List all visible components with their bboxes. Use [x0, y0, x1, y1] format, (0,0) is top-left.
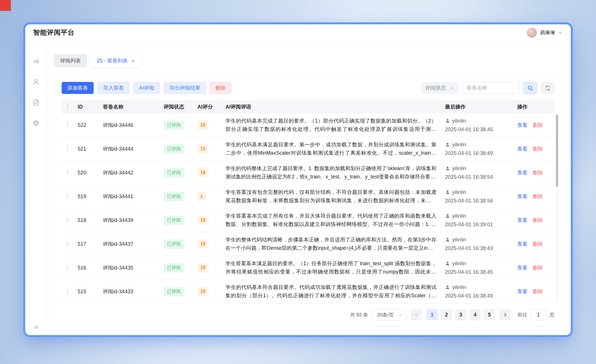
select-all-checkbox[interactable]: [67, 104, 68, 110]
review-status-select[interactable]: 评阅状态: [421, 82, 458, 94]
delete-link[interactable]: 删除: [533, 122, 543, 129]
row-actions: 查看 删除: [517, 241, 554, 247]
scrollbar-thumb[interactable]: [556, 115, 558, 187]
view-link[interactable]: 查看: [517, 193, 528, 200]
operator-name: yilinlin: [452, 117, 466, 125]
add-answer-button[interactable]: 添加答卷: [62, 82, 94, 94]
document-check-icon[interactable]: [32, 99, 40, 106]
settings-gear-icon[interactable]: [32, 119, 40, 127]
tab-bar: 评阅列表 25 - 答卷列表 ×: [54, 54, 562, 67]
score-badge: 18: [197, 121, 208, 129]
sidebar-expand-icon[interactable]: [25, 324, 47, 330]
app-window: 智能评阅平台 易琳琳: [25, 24, 571, 335]
delete-link[interactable]: 删除: [533, 288, 543, 295]
table-row: 515 评阅id-34433 已评阅 18 学生的代码基本符合题目要求。代码成功…: [62, 280, 554, 304]
answer-name-input[interactable]: [462, 82, 519, 94]
row-checkbox[interactable]: [67, 241, 68, 247]
row-checkbox[interactable]: [67, 217, 68, 223]
person-icon: [445, 213, 450, 219]
content-panel: 添加答卷 导入答卷 AI评阅 导出评阅结果 删除 评阅状态: [54, 75, 562, 327]
import-answer-button[interactable]: 导入答卷: [97, 82, 130, 94]
goto-unit: 页: [550, 312, 554, 318]
person-icon: [445, 261, 450, 266]
row-comment: 学生答案没有包含完整的代码，仅有部分结构，不符合题目要求。具体问题包括：未加载鸢…: [226, 188, 445, 205]
view-link[interactable]: 查看: [517, 122, 528, 129]
page-button-2[interactable]: 2: [441, 309, 452, 320]
page-button-4[interactable]: 4: [469, 309, 481, 320]
user-icon[interactable]: [32, 78, 40, 86]
refresh-button[interactable]: [541, 82, 554, 94]
person-icon: [445, 285, 450, 290]
view-link[interactable]: 查看: [517, 145, 528, 152]
delete-link[interactable]: 删除: [533, 193, 543, 200]
filter-bar: 评阅状态: [421, 82, 554, 94]
page-button-3[interactable]: 3: [455, 309, 466, 320]
page-size-label: 20条/页: [377, 312, 394, 318]
col-status: 评阅状态: [164, 103, 197, 110]
export-results-button[interactable]: 导出评阅结果: [164, 82, 206, 94]
corner-red-marker: [0, 0, 11, 11]
operator-name: yilinlin: [452, 259, 466, 268]
refresh-icon: [545, 85, 551, 91]
page-button-5[interactable]: 5: [484, 309, 495, 320]
user-menu[interactable]: 易琳琳: [527, 27, 562, 38]
row-name: 评阅id-34435: [103, 264, 164, 271]
delete-link[interactable]: 删除: [533, 241, 543, 247]
row-name: 评阅id-34444: [103, 145, 164, 152]
tab-answer-sheet-list[interactable]: 25 - 答卷列表 ×: [91, 54, 141, 67]
page-button-1[interactable]: 1: [426, 309, 438, 320]
view-link[interactable]: 查看: [517, 217, 528, 224]
next-page-button[interactable]: [499, 309, 511, 320]
app-title: 智能评阅平台: [33, 28, 74, 37]
ai-review-button[interactable]: AI评阅: [133, 82, 160, 94]
table-row: 518 评阅id-34439 已评阅 18 学生答案基本完成了所有任务，并且大体…: [62, 208, 554, 232]
delete-link[interactable]: 删除: [533, 217, 543, 224]
avatar[interactable]: [527, 27, 537, 38]
operation-time: 2025-04-01 16:38:43: [445, 244, 514, 253]
review-checklist-icon[interactable]: [32, 58, 40, 65]
operator-name: yilinlin: [452, 212, 466, 220]
row-checkbox[interactable]: [67, 122, 68, 128]
row-id: 515: [78, 289, 103, 295]
row-comment: 学生的代码基本符合题目要求。代码成功加载了鸢尾花数据集，并正确进行了训练集和测试…: [226, 283, 445, 300]
col-last-op: 最后操作: [445, 103, 517, 110]
vertical-scrollbar[interactable]: [556, 114, 558, 302]
delete-button[interactable]: 删除: [210, 82, 232, 94]
operation-time: 2025-04-01 16:38:56: [445, 196, 514, 205]
delete-link[interactable]: 删除: [533, 145, 543, 152]
status-badge: 已评阅: [164, 263, 184, 273]
tab-close-icon[interactable]: ×: [132, 58, 135, 63]
col-id: ID: [78, 104, 103, 110]
operation-time: 2025-04-01 16:38:45: [445, 125, 514, 134]
row-actions: 查看 删除: [517, 169, 554, 176]
score-badge: 1: [197, 192, 206, 201]
window-header: 智能评阅平台 易琳琳: [25, 24, 571, 41]
view-link[interactable]: 查看: [517, 169, 528, 176]
page-size-select[interactable]: 20条/页: [372, 309, 406, 320]
row-checkbox[interactable]: [67, 289, 68, 294]
tab-review-list[interactable]: 评阅列表: [54, 54, 87, 67]
row-checkbox[interactable]: [67, 170, 68, 175]
prev-page-button[interactable]: [411, 309, 422, 320]
row-checkbox[interactable]: [67, 146, 68, 151]
status-badge: 已评阅: [164, 287, 184, 296]
row-last-op: yilinlin 2025-04-01 16:38:49: [445, 140, 517, 158]
delete-link[interactable]: 删除: [533, 264, 543, 271]
col-score: AI评分: [197, 103, 226, 110]
score-badge: 15: [197, 145, 208, 153]
row-checkbox[interactable]: [67, 194, 68, 199]
score-badge: 18: [197, 168, 208, 177]
row-checkbox[interactable]: [67, 265, 68, 270]
view-link[interactable]: 查看: [517, 264, 528, 271]
rows-container: 522 评阅id-34446 已评阅 18 学生的代码基本完成了题目的要求。（1…: [62, 113, 554, 304]
status-badge: 已评阅: [164, 121, 184, 130]
delete-link[interactable]: 删除: [533, 169, 543, 176]
select-placeholder: 评阅状态: [425, 84, 446, 91]
table-header: ID 答卷名称 评阅状态 AI评分 AI评阅评语 最后操作 操作: [62, 100, 554, 113]
status-badge: 已评阅: [164, 192, 184, 201]
chevron-right-icon: [503, 312, 507, 317]
view-link[interactable]: 查看: [517, 241, 528, 247]
search-button[interactable]: [523, 82, 537, 94]
view-link[interactable]: 查看: [517, 288, 528, 295]
goto-page-input[interactable]: [530, 309, 547, 320]
